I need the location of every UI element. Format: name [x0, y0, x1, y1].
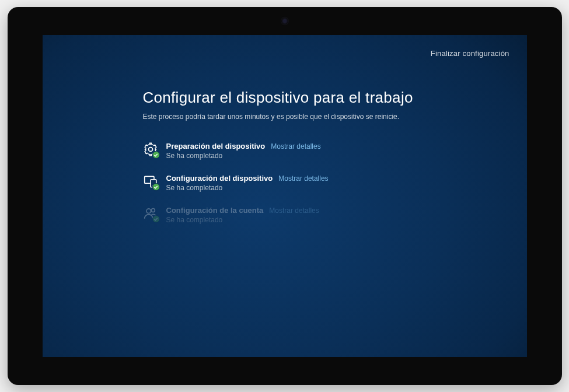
- step-label: Configuración de la cuenta: [166, 206, 264, 215]
- svg-point-4: [146, 209, 151, 214]
- page-subtitle: Este proceso podría tardar unos minutos …: [143, 113, 527, 121]
- step-account-configuration: Configuración de la cuenta Mostrar detal…: [143, 206, 527, 224]
- finish-setup-link[interactable]: Finalizar configuración: [431, 49, 509, 58]
- step-status: Se ha completado: [166, 216, 319, 224]
- step-text: Preparación del dispositivo Mostrar deta…: [166, 142, 321, 160]
- step-device-configuration: Configuración del dispositivo Mostrar de…: [143, 174, 527, 192]
- camera-dot: [281, 18, 288, 24]
- show-details-link[interactable]: Mostrar detalles: [278, 174, 328, 183]
- account-icon: [143, 206, 158, 221]
- page-title: Configurar el dispositivo para el trabaj…: [143, 89, 527, 107]
- tablet-frame: Finalizar configuración Configurar el di…: [8, 7, 562, 385]
- step-label: Preparación del dispositivo: [166, 142, 266, 150]
- screen: Finalizar configuración Configurar el di…: [43, 35, 527, 357]
- gear-icon: [143, 142, 158, 157]
- check-badge-icon: [152, 215, 160, 223]
- step-text: Configuración de la cuenta Mostrar detal…: [166, 206, 319, 224]
- step-device-preparation: Preparación del dispositivo Mostrar deta…: [143, 142, 527, 160]
- show-details-link[interactable]: Mostrar detalles: [271, 142, 320, 150]
- step-label: Configuración del dispositivo: [166, 174, 273, 183]
- step-status: Se ha completado: [166, 184, 329, 192]
- device-icon: [143, 174, 158, 189]
- step-status: Se ha completado: [166, 152, 321, 160]
- step-text: Configuración del dispositivo Mostrar de…: [166, 174, 329, 192]
- check-badge-icon: [152, 183, 160, 191]
- show-details-link[interactable]: Mostrar detalles: [269, 206, 319, 215]
- svg-point-0: [148, 148, 152, 152]
- main-content: Configurar el dispositivo para el trabaj…: [43, 35, 527, 224]
- svg-point-5: [151, 209, 155, 212]
- check-badge-icon: [152, 151, 160, 159]
